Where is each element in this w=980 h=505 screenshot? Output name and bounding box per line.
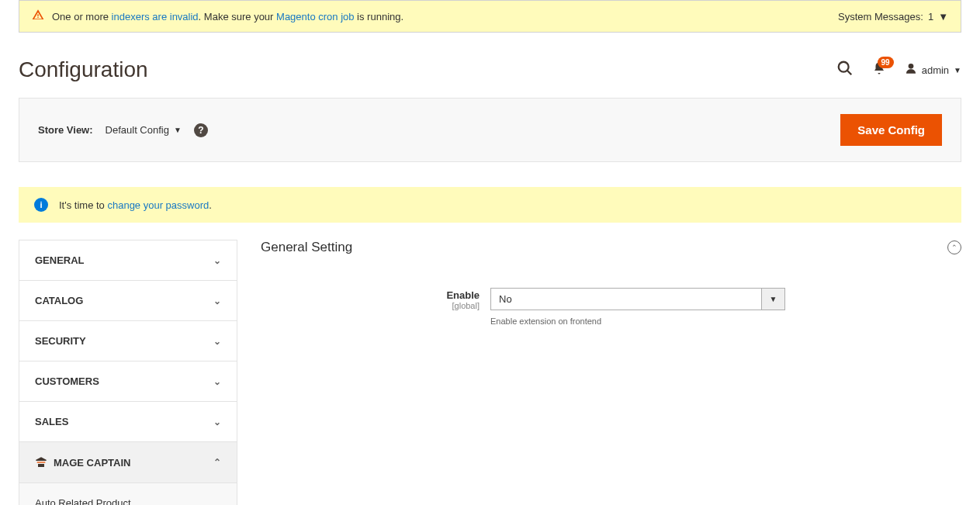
enable-select-value: No bbox=[490, 288, 762, 310]
page-title: Configuration bbox=[19, 57, 148, 82]
info-icon: i bbox=[34, 198, 48, 212]
help-icon[interactable]: ? bbox=[194, 123, 208, 137]
admin-user-menu[interactable]: admin ▼ bbox=[905, 62, 961, 78]
chevron-down-icon: ⌄ bbox=[213, 296, 221, 306]
sidebar-item-customers[interactable]: CUSTOMERS ⌄ bbox=[19, 361, 237, 402]
notification-badge: 99 bbox=[878, 57, 894, 68]
chevron-down-icon: ▼ bbox=[174, 126, 182, 134]
search-icon[interactable] bbox=[836, 60, 854, 81]
enable-select[interactable]: No ▼ bbox=[490, 288, 785, 310]
sidebar-item-label: SECURITY bbox=[35, 335, 86, 347]
info-message-text: It's time to change your password. bbox=[59, 199, 212, 211]
section-title: General Setting bbox=[261, 240, 352, 255]
system-message-bar: One or more indexers are invalid. Make s… bbox=[19, 0, 961, 33]
change-password-link[interactable]: change your password bbox=[107, 199, 209, 211]
sidebar-item-general[interactable]: GENERAL ⌄ bbox=[19, 240, 237, 281]
chevron-up-icon: ⌃ bbox=[213, 457, 221, 468]
sidebar-item-label: GENERAL bbox=[35, 254, 85, 266]
enable-scope: [global] bbox=[261, 301, 480, 310]
collapse-icon[interactable]: ⌃ bbox=[947, 240, 961, 254]
sidebar-subitem-auto-related[interactable]: Auto Related Product bbox=[19, 483, 237, 505]
chevron-down-icon: ⌄ bbox=[213, 376, 221, 387]
sidebar-item-security[interactable]: SECURITY ⌄ bbox=[19, 321, 237, 361]
svg-point-0 bbox=[838, 61, 848, 71]
content-area: GENERAL ⌄ CATALOG ⌄ SECURITY ⌄ CUSTOMERS… bbox=[19, 240, 961, 505]
section-header[interactable]: General Setting ⌃ bbox=[261, 240, 961, 265]
enable-hint: Enable extension on frontend bbox=[490, 316, 961, 326]
chevron-down-icon: ⌄ bbox=[213, 336, 221, 347]
sidebar-item-label: CATALOG bbox=[35, 295, 83, 306]
chevron-down-icon: ▼ bbox=[954, 66, 961, 74]
chevron-down-icon: ▼ bbox=[762, 288, 785, 310]
indexers-link[interactable]: indexers are invalid bbox=[112, 11, 199, 22]
header-actions: 99 admin ▼ bbox=[836, 60, 961, 81]
sidebar-item-label: CUSTOMERS bbox=[35, 375, 99, 387]
store-view-value: Default Config bbox=[106, 124, 169, 136]
chevron-down-icon: ⌄ bbox=[213, 417, 221, 427]
chevron-down-icon: ▼ bbox=[938, 11, 948, 22]
sidebar-item-label: MAGE CAPTAIN bbox=[35, 456, 130, 469]
system-message-text: One or more indexers are invalid. Make s… bbox=[52, 11, 403, 22]
warning-icon bbox=[32, 9, 44, 24]
store-view-selector[interactable]: Default Config ▼ bbox=[106, 124, 182, 136]
chevron-down-icon: ⌄ bbox=[213, 255, 221, 266]
enable-field-row: Enable [global] No ▼ Enable extension on… bbox=[261, 288, 961, 326]
save-config-button[interactable]: Save Config bbox=[840, 114, 942, 146]
admin-username: admin bbox=[922, 64, 949, 76]
form-control-column: No ▼ Enable extension on frontend bbox=[490, 288, 961, 326]
page-header: Configuration 99 admin ▼ bbox=[19, 57, 961, 82]
system-message-content: One or more indexers are invalid. Make s… bbox=[32, 9, 403, 24]
enable-label: Enable bbox=[261, 289, 480, 301]
store-view-label: Store View: bbox=[38, 124, 93, 136]
user-icon bbox=[905, 62, 917, 78]
config-sidebar: GENERAL ⌄ CATALOG ⌄ SECURITY ⌄ CUSTOMERS… bbox=[19, 240, 237, 505]
form-label-column: Enable [global] bbox=[261, 288, 490, 310]
system-messages-toggle[interactable]: System Messages: 1 ▼ bbox=[838, 11, 948, 22]
svg-point-2 bbox=[908, 64, 913, 69]
sidebar-item-sales[interactable]: SALES ⌄ bbox=[19, 402, 237, 442]
captain-icon bbox=[35, 456, 47, 469]
sidebar-item-catalog[interactable]: CATALOG ⌄ bbox=[19, 281, 237, 321]
sidebar-item-label: SALES bbox=[35, 416, 68, 427]
info-message: i It's time to change your password. bbox=[19, 187, 961, 223]
notifications-button[interactable]: 99 bbox=[872, 61, 886, 79]
svg-line-1 bbox=[847, 70, 851, 74]
sidebar-item-mage-captain[interactable]: MAGE CAPTAIN ⌃ bbox=[19, 442, 237, 483]
store-view-controls: Store View: Default Config ▼ ? bbox=[38, 123, 208, 137]
main-panel: General Setting ⌃ Enable [global] No ▼ E… bbox=[261, 240, 961, 505]
store-view-bar: Store View: Default Config ▼ ? Save Conf… bbox=[19, 98, 961, 162]
cron-job-link[interactable]: Magento cron job bbox=[276, 11, 354, 22]
